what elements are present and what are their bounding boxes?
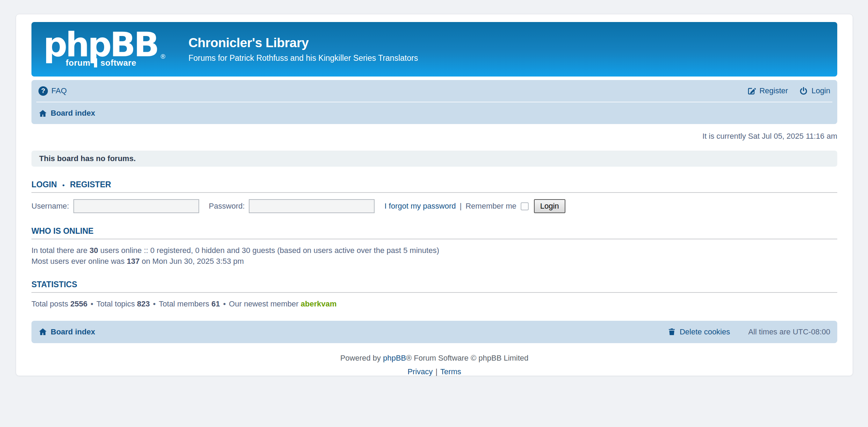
logo-tagline-software: software [101,59,137,67]
top-navbar-row-2: Board index [31,102,837,124]
online-line2-prefix: Most users ever online was [31,257,127,266]
footer-divider: | [435,367,437,376]
home-icon [38,327,47,336]
home-icon [38,109,47,118]
login-button[interactable]: Login [534,199,565,213]
record-users-line: Most users ever online was 137 on Mon Ju… [31,256,837,267]
logo-tagline-divider [94,58,97,67]
online-line2-suffix: on Mon Jun 30, 2025 3:53 pm [139,257,244,266]
powered-prefix: Powered by [340,354,383,362]
pencil-square-icon [747,87,756,95]
faq-link-label: FAQ [51,86,67,95]
no-forums-notice: This board has no forums. [31,151,837,167]
faq-link[interactable]: ? FAQ [38,86,67,96]
record-count: 137 [127,257,140,266]
powered-suffix: ® Forum Software © phpBB Limited [406,354,528,362]
total-members-label: Total members [159,299,211,308]
power-icon [799,87,808,95]
phpbb-logo-text: phpBB [43,31,158,59]
login-row-pipe: | [460,202,462,211]
total-topics-label: Total topics [96,299,137,308]
top-navbar-right: Register Login [747,86,830,95]
statistics-heading: STATISTICS [31,280,837,293]
register-heading-link[interactable]: REGISTER [70,180,111,189]
online-users-line: In total there are 30 users online :: 0 … [31,245,837,256]
top-navbar: ? FAQ Register [31,80,837,124]
login-form: Username: Password: I forgot my password… [31,199,837,213]
stats-bullet-3: • [223,299,226,308]
statistics-text: Total posts 2556•Total topics 823•Total … [31,298,837,309]
main-card: phpBB forum software ® Chronicler's Libr… [16,14,853,376]
online-line1-prefix: In total there are [31,246,89,255]
password-label: Password: [209,202,245,211]
total-posts-value: 2556 [70,299,87,308]
logo-tagline-forum: forum [66,59,91,67]
board-index-link-bottom[interactable]: Board index [38,327,95,336]
total-topics-value: 823 [137,299,150,308]
stats-bullet-1: • [91,299,93,308]
online-line1-suffix: users online :: 0 registered, 0 hidden a… [98,246,439,255]
bottom-navbar: Board index Delete cookies All times are… [31,321,837,343]
login-register-heading: LOGIN • REGISTER [31,180,837,193]
powered-by-text: Powered by phpBB® Forum Software © phpBB… [31,354,837,363]
who-is-online-heading: WHO IS ONLINE [31,226,837,239]
page-background: { "header": { "brand": "phpBB", "brand_t… [0,0,868,427]
username-label: Username: [31,202,69,211]
terms-link[interactable]: Terms [440,367,461,376]
login-link-label: Login [811,86,830,95]
trash-icon [667,327,676,336]
remember-me-label: Remember me [465,202,516,211]
timezone-text: All times are UTC-08:00 [748,327,830,336]
site-title: Chronicler's Library [188,36,418,50]
total-posts-label: Total posts [31,299,70,308]
login-heading-link[interactable]: LOGIN [31,180,57,189]
registered-trademark-symbol: ® [161,53,165,60]
phpbb-logo[interactable]: phpBB forum software ® [43,31,166,68]
phpbb-footer-link[interactable]: phpBB [383,354,406,362]
bottom-navbar-right: Delete cookies All times are UTC-08:00 [667,327,830,336]
top-navbar-row-1: ? FAQ Register [31,80,837,102]
board-index-bottom-label: Board index [51,327,95,336]
remember-me-checkbox[interactable] [521,202,529,210]
heading-bullet: • [62,181,65,189]
site-header: phpBB forum software ® Chronicler's Libr… [31,22,837,77]
total-members-value: 61 [211,299,220,308]
forgot-password-link[interactable]: I forgot my password [384,202,456,211]
board-index-link[interactable]: Board index [38,109,95,118]
footer-links: Privacy|Terms [31,367,837,376]
question-circle-icon: ? [38,86,48,96]
board-index-link-label: Board index [51,109,95,118]
privacy-link[interactable]: Privacy [407,367,433,376]
stats-bullet-2: • [153,299,156,308]
register-link[interactable]: Register [747,86,788,95]
username-input[interactable] [73,199,199,213]
newest-member-link[interactable]: aberkvam [301,299,337,308]
site-description: Forums for Patrick Rothfuss and his King… [188,53,418,63]
delete-cookies-label: Delete cookies [680,327,730,336]
password-input[interactable] [249,199,375,213]
newest-member-label: Our newest member [229,299,301,308]
page-footer: Powered by phpBB® Forum Software © phpBB… [31,354,837,376]
delete-cookies-link[interactable]: Delete cookies [667,327,730,336]
who-is-online-text: In total there are 30 users online :: 0 … [31,245,837,267]
site-titles: Chronicler's Library Forums for Patrick … [188,36,418,63]
login-link[interactable]: Login [799,86,830,95]
current-time-text: It is currently Sat Jul 05, 2025 11:16 a… [31,132,837,141]
online-count: 30 [89,246,98,255]
register-link-label: Register [759,86,788,95]
